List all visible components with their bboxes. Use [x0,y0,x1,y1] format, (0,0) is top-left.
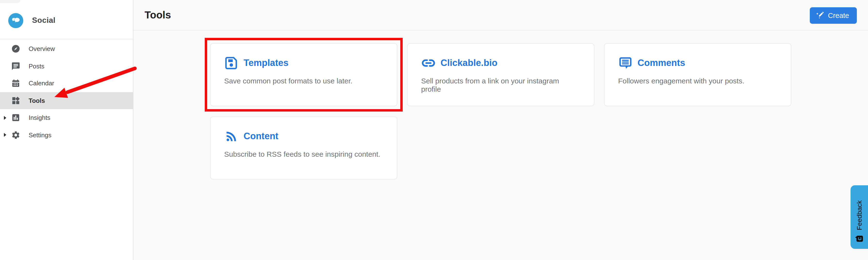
sidebar-divider [0,39,133,39]
message-icon [11,61,20,71]
sidebar-item-label: Insights [29,114,51,122]
card-templates[interactable]: Templates Save common post formats to us… [210,43,397,106]
card-description: Subscribe to RSS feeds to see inspiring … [224,150,383,158]
main-content: Tools Create Templates Save common post … [133,0,868,260]
app-logo-row[interactable]: Social [0,12,56,29]
feedback-tab[interactable]: Feedback [850,185,868,249]
app-window: Social Overview Posts Calendar [0,0,868,260]
sidebar-item-label: Overview [29,45,55,53]
gear-icon [11,130,20,140]
page-title: Tools [145,9,171,21]
card-title: Clickable.bio [440,58,497,68]
sidebar-item-posts[interactable]: Posts [0,58,133,75]
feedback-smiley-icon [855,234,864,244]
card-description: Save common post formats to use later. [224,77,383,85]
sidebar: Social Overview Posts Calendar [0,0,133,260]
create-button-label: Create [828,12,849,20]
bar-chart-icon [11,113,20,123]
annotation-highlight-box [205,38,403,111]
card-title: Comments [638,58,685,68]
card-comments[interactable]: Comments Followers engagement with your … [604,43,791,106]
sidebar-item-settings[interactable]: Settings [0,126,133,143]
link-icon [421,56,436,70]
comments-icon [618,56,633,70]
compass-icon [11,44,20,54]
card-title: Templates [244,58,288,68]
widgets-icon [11,96,20,105]
tools-card-grid: Templates Save common post formats to us… [210,43,791,180]
sidebar-nav: Overview Posts Calendar Tools [0,40,133,143]
card-description: Sell products from a link on your instag… [421,77,580,93]
expand-caret-icon[interactable] [4,133,6,137]
save-icon [224,56,239,70]
page-header: Tools Create [133,0,868,31]
sidebar-item-calendar[interactable]: Calendar [0,75,133,92]
sidebar-item-label: Tools [29,97,45,104]
sidebar-item-insights[interactable]: Insights [0,109,133,126]
calendar-icon [11,78,20,88]
sidebar-item-label: Calendar [29,80,54,87]
card-title: Content [244,131,279,142]
sidebar-item-tools[interactable]: Tools [0,92,133,109]
corner-tab [0,0,20,3]
expand-caret-icon[interactable] [4,116,6,120]
magic-pencil-icon [816,11,825,20]
sidebar-item-label: Posts [29,63,44,70]
sidebar-item-overview[interactable]: Overview [0,40,133,58]
app-name: Social [32,16,56,25]
card-description: Followers engagement with your posts. [618,77,777,85]
feedback-tab-label: Feedback [856,200,863,230]
rss-icon [224,129,239,143]
card-clickable-bio[interactable]: Clickable.bio Sell products from a link … [407,43,594,106]
social-app-logo-icon [8,13,23,28]
create-button[interactable]: Create [810,7,857,24]
sidebar-item-label: Settings [29,131,52,139]
card-content[interactable]: Content Subscribe to RSS feeds to see in… [210,117,397,180]
